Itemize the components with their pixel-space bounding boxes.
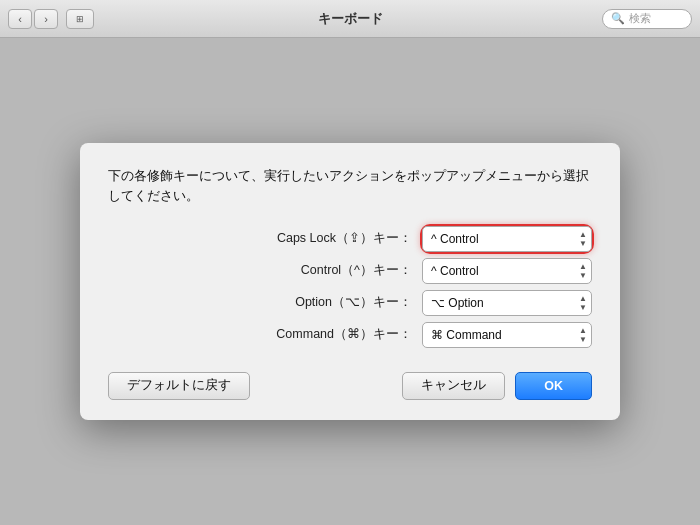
top-bar: ‹ › ⊞ キーボード 🔍 検索 bbox=[0, 0, 700, 38]
search-placeholder: 検索 bbox=[629, 11, 651, 26]
key-row-option: Option（⌥）キー： ⌥ Option ^ Control ⌘ Comman… bbox=[108, 290, 592, 316]
capslock-select[interactable]: ^ Control ⌘ Command ⌥ Option アクションなし bbox=[422, 226, 592, 252]
key-label-control: Control（^）キー： bbox=[252, 262, 412, 279]
ok-button[interactable]: OK bbox=[515, 372, 592, 400]
command-select[interactable]: ⌘ Command ^ Control ⌥ Option アクションなし bbox=[422, 322, 592, 348]
grid-button[interactable]: ⊞ bbox=[66, 9, 94, 29]
control-select-wrapper: ^ Control ⌘ Command ⌥ Option アクションなし ▲ ▼ bbox=[422, 258, 592, 284]
dialog: 下の各修飾キーについて、実行したいアクションをポップアップメニューから選択してく… bbox=[80, 143, 620, 420]
key-label-capslock: Caps Lock（⇪）キー： bbox=[252, 230, 412, 247]
cancel-button[interactable]: キャンセル bbox=[402, 372, 505, 400]
key-mappings: Caps Lock（⇪）キー： ^ Control ⌘ Command ⌥ Op… bbox=[108, 226, 592, 348]
key-row-capslock: Caps Lock（⇪）キー： ^ Control ⌘ Command ⌥ Op… bbox=[108, 226, 592, 252]
key-row-control: Control（^）キー： ^ Control ⌘ Command ⌥ Opti… bbox=[108, 258, 592, 284]
search-area: 🔍 検索 bbox=[602, 9, 692, 29]
btn-group-right: キャンセル OK bbox=[402, 372, 592, 400]
search-icon: 🔍 bbox=[611, 12, 625, 25]
dialog-description: 下の各修飾キーについて、実行したいアクションをポップアップメニューから選択してく… bbox=[108, 167, 592, 206]
key-row-command: Command（⌘）キー： ⌘ Command ^ Control ⌥ Opti… bbox=[108, 322, 592, 348]
content-area: 下の各修飾キーについて、実行したいアクションをポップアップメニューから選択してく… bbox=[0, 38, 700, 525]
key-label-option: Option（⌥）キー： bbox=[252, 294, 412, 311]
command-select-wrapper: ⌘ Command ^ Control ⌥ Option アクションなし ▲ ▼ bbox=[422, 322, 592, 348]
default-button[interactable]: デフォルトに戻す bbox=[108, 372, 250, 400]
option-select-wrapper: ⌥ Option ^ Control ⌘ Command アクションなし ▲ ▼ bbox=[422, 290, 592, 316]
dialog-buttons: デフォルトに戻す キャンセル OK bbox=[108, 372, 592, 400]
option-select[interactable]: ⌥ Option ^ Control ⌘ Command アクションなし bbox=[422, 290, 592, 316]
capslock-select-wrapper: ^ Control ⌘ Command ⌥ Option アクションなし ▲ ▼ bbox=[422, 226, 592, 252]
control-select[interactable]: ^ Control ⌘ Command ⌥ Option アクションなし bbox=[422, 258, 592, 284]
back-button[interactable]: ‹ bbox=[8, 9, 32, 29]
search-box[interactable]: 🔍 検索 bbox=[602, 9, 692, 29]
key-label-command: Command（⌘）キー： bbox=[252, 326, 412, 343]
forward-button[interactable]: › bbox=[34, 9, 58, 29]
nav-buttons: ‹ › bbox=[8, 9, 58, 29]
window-title: キーボード bbox=[318, 10, 383, 28]
